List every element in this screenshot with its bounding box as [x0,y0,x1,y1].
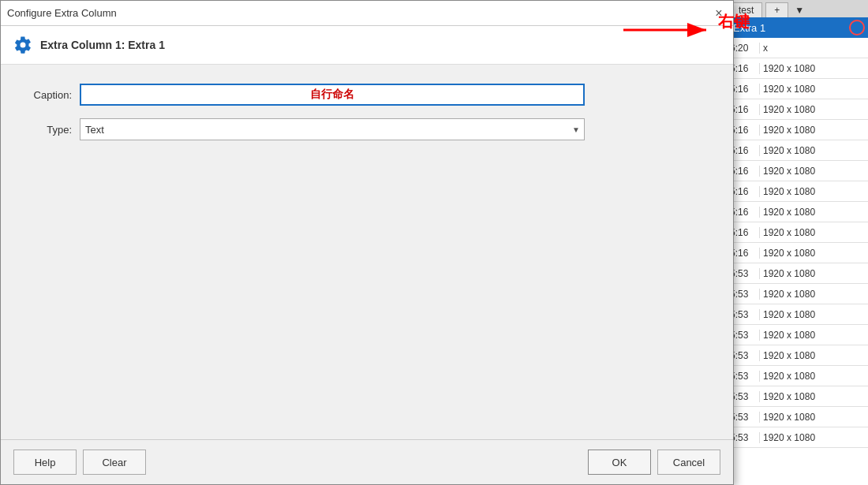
footer-left-buttons: Help Clear [13,450,146,475]
footer-right-buttons: OK Cancel [588,450,720,475]
cancel-button[interactable]: Cancel [657,450,720,475]
cell-dim: 1920 x 1080 [760,186,868,197]
table-row: 5:53 1920 x 1080 [727,427,868,448]
table-row: 5:16 1920 x 1080 [727,202,868,222]
background-table: test + ▼ Extra 1 6:20 x 5:16 1920 x 1080… [726,0,868,485]
dialog-body: Caption: Type: Text Number Date Checkbox [1,65,733,439]
type-row: Type: Text Number Date Checkbox [17,118,717,140]
help-button[interactable]: Help [13,450,77,475]
cell-dim: 1920 x 1080 [760,104,868,115]
table-row: 5:16 1920 x 1080 [727,58,868,79]
cell-dim: 1920 x 1080 [760,309,868,320]
table-row: 5:16 1920 x 1080 [727,120,868,140]
cell-dim: x [760,43,868,54]
type-label: Type: [17,124,72,136]
table-row: 6:20 x [727,38,868,58]
caption-row: Caption: [17,84,717,106]
caption-label: Caption: [17,89,72,101]
table-row: 5:16 1920 x 1080 [727,222,868,243]
cell-dim: 1920 x 1080 [760,125,868,136]
right-click-label: 右键 [718,11,750,32]
table-row: 5:53 1920 x 1080 [727,407,868,427]
cell-dim: 1920 x 1080 [760,84,868,95]
type-select[interactable]: Text Number Date Checkbox [80,118,585,140]
table-row: 5:16 1920 x 1080 [727,79,868,99]
table-row: 5:16 1920 x 1080 [727,181,868,202]
right-click-arrow [619,14,714,46]
table-row: 5:16 1920 x 1080 [727,243,868,263]
cell-dim: 1920 x 1080 [760,268,868,279]
table-row: 5:16 1920 x 1080 [727,99,868,120]
table-row: 5:53 1920 x 1080 [727,325,868,345]
dialog-header-title: Extra Column 1: Extra 1 [40,39,165,51]
table-row: 5:53 1920 x 1080 [727,345,868,366]
caption-input[interactable] [80,84,585,106]
cell-dim: 1920 x 1080 [760,63,868,74]
table-row: 5:53 1920 x 1080 [727,263,868,284]
cell-dim: 1920 x 1080 [760,289,868,300]
gear-icon [13,35,32,54]
cell-dim: 1920 x 1080 [760,350,868,361]
type-select-wrapper: Text Number Date Checkbox [80,118,585,140]
cell-dim: 1920 x 1080 [760,330,868,341]
ok-button[interactable]: OK [588,450,651,475]
configure-extra-column-dialog: Configure Extra Column × Extra Column 1:… [0,0,734,485]
cell-dim: 1920 x 1080 [760,371,868,382]
table-row: 5:53 1920 x 1080 [727,284,868,304]
bg-tab-plus[interactable]: + [765,2,788,17]
bg-tab-dropdown[interactable]: ▼ [791,3,807,17]
table-row: 5:53 1920 x 1080 [727,366,868,386]
clear-button[interactable]: Clear [83,450,146,475]
dialog-footer: Help Clear OK Cancel [1,439,733,484]
cell-dim: 1920 x 1080 [760,391,868,402]
table-row: 5:53 1920 x 1080 [727,304,868,325]
table-row: 5:16 1920 x 1080 [727,161,868,181]
bg-rows-container: 6:20 x 5:16 1920 x 1080 5:16 1920 x 1080… [727,38,868,448]
dialog-title: Configure Extra Column [7,7,117,19]
cell-dim: 1920 x 1080 [760,248,868,259]
cell-dim: 1920 x 1080 [760,227,868,238]
cell-dim: 1920 x 1080 [760,145,868,156]
cell-dim: 1920 x 1080 [760,432,868,443]
table-row: 5:53 1920 x 1080 [727,386,868,407]
cell-dim: 1920 x 1080 [760,412,868,423]
cell-dim: 1920 x 1080 [760,166,868,177]
extra1-circle-annotation [849,20,865,35]
cell-dim: 1920 x 1080 [760,207,868,218]
table-row: 5:16 1920 x 1080 [727,140,868,161]
